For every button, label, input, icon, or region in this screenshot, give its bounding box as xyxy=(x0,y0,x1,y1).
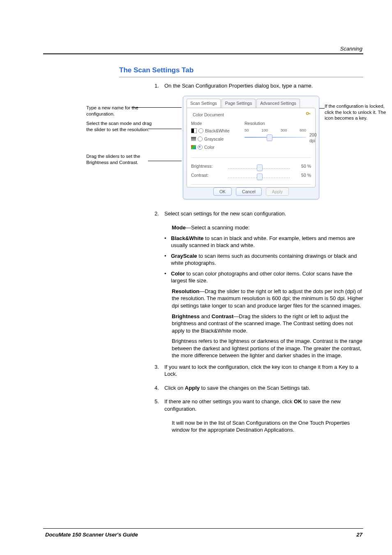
text: —Drag the slider to the right or left to… xyxy=(172,288,363,309)
callout-bc: Drag the sliders to set the Brightness a… xyxy=(86,153,152,165)
content-column: 1. On the Scan Configuration Properties … xyxy=(164,82,363,434)
contrast-row: Contrast: 50 % xyxy=(191,171,311,180)
text: to save the changes on the Scan Settings… xyxy=(200,385,310,391)
bold: GrayScale xyxy=(171,253,197,259)
scan-config-dialog: Scan Settings Page Settings Advanced Set… xyxy=(183,96,319,199)
callout-lock: If the configuration is locked, click th… xyxy=(325,103,392,121)
step-1: 1. On the Scan Configuration Properties … xyxy=(164,82,363,90)
resolution-slider[interactable]: 50 100 300 600 xyxy=(244,128,306,141)
slider-thumb-icon[interactable] xyxy=(267,134,272,141)
resolution-value: 200 dpi xyxy=(309,132,317,143)
brightness-value: 50 % xyxy=(301,163,311,169)
bold: Contrast xyxy=(212,313,233,319)
dialog-button-row: OK Cancel Apply xyxy=(183,187,319,196)
mode-list: Black&White Grayscale Color xyxy=(191,128,230,153)
text: If there are no other settings you want … xyxy=(164,398,294,405)
page: Scanning The Scan Settings Tab 1. On the… xyxy=(0,0,392,555)
step-2: 2. Select scan settings for the new scan… xyxy=(164,210,363,217)
mode-intro: Mode—Select a scanning mode: xyxy=(172,224,363,231)
footer-left: DocuMate 150 Scanner User's Guide xyxy=(45,531,138,539)
svg-rect-1 xyxy=(308,113,310,114)
header-rule xyxy=(43,53,363,54)
contrast-label: Contrast: xyxy=(191,172,209,178)
tick: 100 xyxy=(261,128,268,133)
mode-header: Mode xyxy=(191,120,202,126)
tab-strip: Scan Settings Page Settings Advanced Set… xyxy=(183,96,319,107)
step-number: 3. xyxy=(154,363,159,371)
brightness-slider[interactable] xyxy=(228,164,290,170)
callout-mode: Select the scan mode and drag the slider… xyxy=(86,120,152,132)
track-line xyxy=(244,137,306,138)
resolution-ticks: 50 100 300 600 xyxy=(244,128,306,133)
bold: Resolution xyxy=(172,288,199,294)
bc-followup: Brightness refers to the lightness or da… xyxy=(172,338,363,359)
resolution-paragraph: Resolution—Drag the slider to the right … xyxy=(172,288,363,310)
mode-color[interactable]: Color xyxy=(191,144,230,150)
bullet-gs: GrayScale to scan items such as document… xyxy=(164,252,363,267)
mode-blackwhite[interactable]: Black&White xyxy=(191,128,230,134)
mode-label-text: Black&White xyxy=(205,128,230,134)
bold: Color xyxy=(171,271,185,277)
step-text: Click on Apply to save the changes on th… xyxy=(164,385,310,391)
text: Click on xyxy=(164,385,185,391)
callout-name: Type a new name for the configuration. xyxy=(86,105,152,117)
section-title: The Scan Settings Tab xyxy=(119,66,363,75)
radio-icon xyxy=(198,145,203,150)
lock-key-icon[interactable] xyxy=(305,111,311,116)
step-4: 4. Click on Apply to save the changes on… xyxy=(164,384,363,392)
step-5: 5. If there are no other settings you wa… xyxy=(164,398,363,412)
step-number: 2. xyxy=(154,210,159,217)
step-text: If you want to lock the configuration, c… xyxy=(164,364,358,377)
tab-scan-settings[interactable]: Scan Settings xyxy=(187,99,221,107)
tab-pane: Color Document Mode Resolution Black&Whi… xyxy=(187,108,316,187)
text: and xyxy=(200,313,212,319)
tab-advanced-settings[interactable]: Advanced Settings xyxy=(256,99,300,107)
figure: Type a new name for the configuration. S… xyxy=(86,96,392,203)
step-text: Select scan settings for the new scan co… xyxy=(164,210,286,217)
bold: Apply xyxy=(185,385,200,391)
footer-rule xyxy=(43,528,363,529)
ok-button[interactable]: OK xyxy=(213,187,232,196)
footer-page-number: 27 xyxy=(357,531,362,539)
bold: Mode xyxy=(172,224,186,231)
callout-leader xyxy=(131,107,182,108)
text: —Select a scanning mode: xyxy=(186,224,249,231)
cancel-button[interactable]: Cancel xyxy=(236,187,262,196)
config-name-input[interactable]: Color Document xyxy=(191,111,226,118)
mode-label-text: Grayscale xyxy=(204,136,224,142)
callout-leader xyxy=(148,161,182,161)
apply-button[interactable]: Apply xyxy=(266,187,289,196)
brightness-label: Brightness: xyxy=(191,163,213,169)
contrast-slider[interactable] xyxy=(228,173,290,179)
callout-leader xyxy=(148,129,182,129)
slider-track xyxy=(244,134,306,140)
tab-page-settings[interactable]: Page Settings xyxy=(221,99,256,107)
contrast-value: 50 % xyxy=(301,172,311,178)
chapter-label: Scanning xyxy=(340,45,362,53)
bold: Brightness xyxy=(172,313,200,319)
svg-rect-2 xyxy=(310,114,310,115)
text: to scan items such as documents containi… xyxy=(171,253,357,266)
mode-grayscale[interactable]: Grayscale xyxy=(191,136,230,142)
radio-icon xyxy=(198,136,203,141)
step-3: 3. If you want to lock the configuration… xyxy=(164,363,363,378)
slider-thumb-icon[interactable] xyxy=(257,173,263,180)
step-5-follow: It will now be in the list of Scan Confi… xyxy=(172,419,363,434)
step-number: 4. xyxy=(154,384,159,392)
tick: 600 xyxy=(300,128,306,133)
step-text: On the Scan Configuration Properties dia… xyxy=(164,83,313,89)
bw-swatch-icon xyxy=(191,128,197,133)
resolution-header: Resolution xyxy=(244,120,265,126)
brightness-row: Brightness: 50 % xyxy=(191,162,311,171)
step-number: 5. xyxy=(154,398,159,405)
slider-thumb-icon[interactable] xyxy=(257,164,263,171)
bold: OK xyxy=(294,398,302,405)
gs-swatch-icon xyxy=(191,137,196,141)
bullet-bw: Black&White to scan in black and white. … xyxy=(164,235,363,249)
brightness-contrast-paragraph: Brightness and Contrast—Drag the sliders… xyxy=(172,313,363,335)
bold: Black&White xyxy=(171,235,203,241)
text: to scan color photographs and other colo… xyxy=(171,271,353,284)
step-number: 1. xyxy=(154,82,159,90)
color-swatch-icon xyxy=(191,145,196,149)
brightness-contrast-area: Brightness: 50 % Contrast: xyxy=(191,157,311,185)
